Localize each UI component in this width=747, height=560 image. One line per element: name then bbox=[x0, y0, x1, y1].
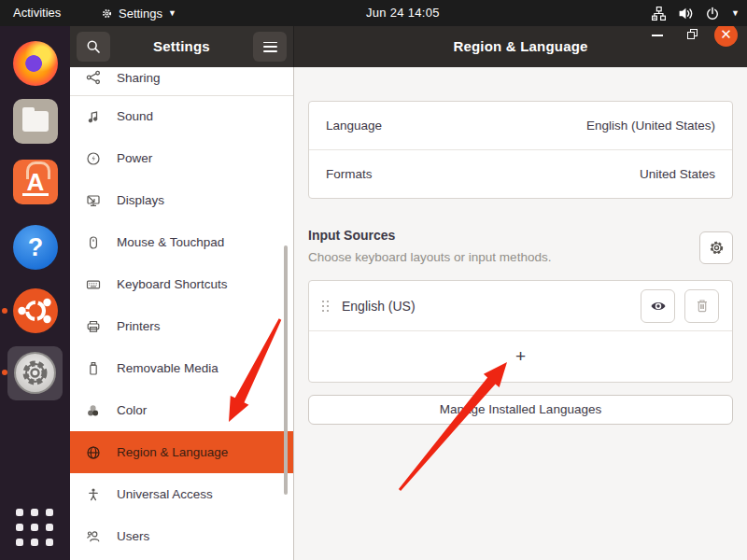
show-apps-grid-icon[interactable] bbox=[16, 509, 55, 548]
status-area[interactable]: ▼ bbox=[651, 3, 740, 23]
displays-icon bbox=[86, 193, 101, 208]
top-panel: Activities Settings ▼ Jun 24 14:05 bbox=[0, 0, 747, 26]
universal-access-icon bbox=[86, 487, 101, 502]
gear-icon bbox=[14, 352, 56, 394]
trash-icon bbox=[695, 299, 710, 314]
chevron-down-icon: ▼ bbox=[731, 8, 740, 18]
sidebar-item-displays[interactable]: Displays bbox=[70, 179, 293, 221]
sidebar-item-color[interactable]: Color bbox=[70, 389, 293, 431]
input-source-label: English (US) bbox=[342, 299, 416, 314]
sidebar-item-removable-media[interactable]: Removable Media bbox=[70, 347, 293, 389]
window-title: Region & Language bbox=[294, 38, 747, 54]
power-icon bbox=[705, 6, 720, 21]
clock[interactable]: Jun 24 14:05 bbox=[366, 6, 440, 20]
printer-icon bbox=[86, 319, 101, 334]
region-language-panel: Language English (United States) Formats… bbox=[294, 67, 747, 560]
keyboard-icon bbox=[86, 277, 101, 292]
ubuntu-software-dock-icon[interactable]: A bbox=[13, 160, 58, 204]
settings-window: Settings Region & Language ✕ Sharing Sou… bbox=[70, 26, 747, 560]
input-sources-heading: Input Sources bbox=[308, 228, 395, 243]
network-icon bbox=[651, 6, 667, 21]
formats-label: Formats bbox=[326, 167, 373, 181]
language-label: Language bbox=[326, 119, 382, 133]
help-dock-icon[interactable]: ? bbox=[13, 225, 58, 270]
running-indicator bbox=[2, 308, 7, 314]
removable-media-icon bbox=[86, 361, 101, 376]
files-dock-icon[interactable] bbox=[13, 99, 58, 144]
input-sources-options-button[interactable] bbox=[699, 231, 733, 264]
sidebar-item-label: Color bbox=[117, 403, 147, 417]
sidebar-item-label: Power bbox=[117, 151, 152, 165]
close-button[interactable]: ✕ bbox=[714, 23, 738, 47]
chevron-down-icon: ▼ bbox=[168, 8, 176, 18]
sidebar-item-label: Mouse & Touchpad bbox=[117, 235, 224, 249]
primary-menu-button[interactable] bbox=[253, 32, 287, 62]
activities-button[interactable]: Activities bbox=[13, 6, 61, 20]
formats-value: United States bbox=[640, 167, 715, 181]
gear-icon bbox=[101, 7, 113, 20]
app-menu-label: Settings bbox=[119, 7, 162, 21]
share-icon bbox=[86, 70, 101, 85]
circle-of-friends-icon bbox=[13, 288, 58, 333]
remove-source-button[interactable] bbox=[684, 289, 719, 323]
settings-sidebar: Sharing Sound Power Displays Mouse & Tou… bbox=[70, 67, 294, 560]
power-status-icon bbox=[86, 151, 101, 166]
sidebar-item-label: Region & Language bbox=[117, 445, 228, 459]
app-menu[interactable]: Settings ▼ bbox=[101, 3, 176, 23]
ubuntu-dock-icon[interactable] bbox=[13, 288, 58, 333]
screen: Activities Settings ▼ Jun 24 14:05 bbox=[0, 0, 747, 560]
manage-button-label: Manage Installed Languages bbox=[440, 402, 601, 416]
preview-layout-button[interactable] bbox=[641, 289, 675, 323]
sound-icon bbox=[86, 109, 101, 124]
sidebar-scrollbar[interactable] bbox=[284, 245, 288, 495]
sidebar-item-sound[interactable]: Sound bbox=[70, 95, 293, 137]
restore-button[interactable] bbox=[687, 29, 698, 40]
dock: A ? bbox=[0, 26, 70, 560]
sidebar-item-mouse[interactable]: Mouse & Touchpad bbox=[70, 221, 293, 263]
running-indicator bbox=[2, 370, 7, 375]
sidebar-item-universal-access[interactable]: Universal Access bbox=[70, 473, 293, 515]
formats-row[interactable]: Formats United States bbox=[309, 150, 732, 198]
gear-icon bbox=[708, 239, 726, 257]
sidebar-item-sharing[interactable]: Sharing bbox=[70, 60, 293, 95]
users-icon bbox=[86, 529, 101, 544]
eye-icon bbox=[650, 298, 667, 315]
sidebar-item-label: Removable Media bbox=[117, 361, 218, 375]
input-sources-subtitle: Choose keyboard layouts or input methods… bbox=[308, 250, 551, 264]
sidebar-item-power[interactable]: Power bbox=[70, 137, 293, 179]
sidebar-item-region-language[interactable]: Region & Language bbox=[70, 431, 293, 473]
manage-installed-languages-button[interactable]: Manage Installed Languages bbox=[308, 395, 733, 425]
restore-icon-front bbox=[687, 32, 695, 39]
sidebar-item-label: Sound bbox=[117, 109, 153, 123]
language-value: English (United States) bbox=[586, 119, 715, 133]
input-source-row[interactable]: English (US) bbox=[309, 281, 732, 330]
add-input-source-button[interactable]: + bbox=[309, 331, 732, 382]
sidebar-item-label: Keyboard Shortcuts bbox=[117, 277, 228, 291]
minimize-button[interactable] bbox=[652, 35, 663, 36]
plus-icon: + bbox=[515, 346, 526, 367]
sidebar-item-printers[interactable]: Printers bbox=[70, 305, 293, 347]
window-header: Region & Language ✕ bbox=[294, 26, 747, 67]
language-row[interactable]: Language English (United States) bbox=[309, 102, 732, 149]
sidebar-item-label: Printers bbox=[117, 319, 161, 333]
sidebar-item-label: Sharing bbox=[117, 71, 161, 85]
sidebar-item-label: Displays bbox=[117, 193, 164, 207]
firefox-dock-icon[interactable] bbox=[13, 41, 58, 86]
globe-icon bbox=[86, 445, 101, 460]
hamburger-menu-icon bbox=[263, 42, 277, 52]
sidebar-item-users[interactable]: Users bbox=[70, 515, 293, 557]
sidebar-item-label: Users bbox=[117, 529, 149, 543]
volume-icon bbox=[678, 6, 694, 21]
language-formats-card: Language English (United States) Formats… bbox=[308, 101, 733, 199]
color-icon bbox=[86, 403, 101, 418]
sidebar-item-keyboard-shortcuts[interactable]: Keyboard Shortcuts bbox=[70, 263, 293, 305]
mouse-icon bbox=[86, 235, 101, 250]
settings-dock-icon[interactable] bbox=[7, 346, 63, 400]
software-underline bbox=[22, 193, 49, 196]
input-sources-card: English (US) + bbox=[308, 280, 733, 383]
drag-handle-icon[interactable] bbox=[322, 301, 329, 312]
sidebar-item-label: Universal Access bbox=[117, 487, 213, 501]
